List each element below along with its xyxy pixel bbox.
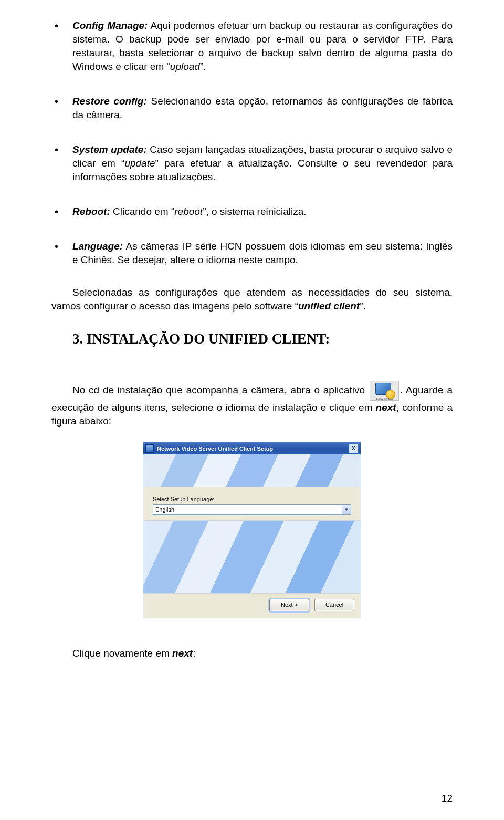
icon-caption: Unified Client xyxy=(370,397,398,401)
dialog-banner xyxy=(143,454,361,487)
bullet-system-update: • System update: Caso sejam lançadas atu… xyxy=(55,143,453,184)
bullet-reboot: • Reboot: Clicando em “reboot”, o sistem… xyxy=(55,205,453,219)
bullet-language: • Language: As câmeras IP série HCN poss… xyxy=(55,240,453,267)
bullet-text: Language: As câmeras IP série HCN possue… xyxy=(72,240,453,267)
dialog-title: Network Video Server Unified Client Setu… xyxy=(157,445,273,452)
bullet-glyph: • xyxy=(55,143,72,157)
bullet-glyph: • xyxy=(55,205,72,219)
text: Clicando em “ xyxy=(110,206,175,217)
text: Selecionadas as configurações que atende… xyxy=(51,287,453,312)
summary-paragraph: Selecionadas as configurações que atende… xyxy=(51,286,453,313)
bullet-text: Restore config: Selecionando esta opção,… xyxy=(72,95,453,122)
bullet-text: Config Manage: Aqui podemos efetuar um b… xyxy=(72,19,453,74)
intro-paragraph: No cd de instalação que acompanha a câme… xyxy=(51,381,453,428)
dialog-titlebar: Network Video Server Unified Client Setu… xyxy=(143,442,361,454)
section-heading: 3. INSTALAÇÃO DO UNIFIED CLIENT: xyxy=(72,331,453,347)
titlebar-app-icon xyxy=(145,444,154,453)
document-page: • Config Manage: Aqui podemos efetuar um… xyxy=(0,0,504,820)
bullet-glyph: • xyxy=(55,240,72,253)
italic-next: next xyxy=(376,402,396,413)
dialog-body: Select Setup Language: English ▼ xyxy=(143,487,361,520)
italic-upload: upload xyxy=(170,61,200,72)
next-button[interactable]: Next > xyxy=(269,599,309,611)
lead-reboot: Reboot: xyxy=(72,206,110,217)
setup-dialog-wrap: Network Video Server Unified Client Setu… xyxy=(51,442,453,618)
bullet-glyph: • xyxy=(55,19,72,33)
lead-system-update: System update: xyxy=(72,144,147,155)
bullet-config-manage: • Config Manage: Aqui podemos efetuar um… xyxy=(55,19,453,74)
tail: ”. xyxy=(200,61,206,72)
italic-next: next xyxy=(172,648,193,659)
text-pre: No cd de instalação que acompanha a câme… xyxy=(72,385,369,396)
bullet-glyph: • xyxy=(55,95,72,108)
italic-update: update xyxy=(124,158,155,169)
page-number: 12 xyxy=(442,793,453,804)
dialog-art-area xyxy=(143,520,361,594)
chevron-down-icon[interactable]: ▼ xyxy=(342,505,351,514)
language-select[interactable]: English ▼ xyxy=(153,504,351,515)
language-value: English xyxy=(153,506,174,513)
italic-reboot: reboot xyxy=(174,206,203,217)
text: As câmeras IP série HCN possuem dois idi… xyxy=(72,241,453,265)
bullet-text: Reboot: Clicando em “reboot”, o sistema … xyxy=(72,205,307,219)
unified-client-icon: Unified Client xyxy=(370,381,399,401)
tail: ”, o sistema reinicializa. xyxy=(203,206,306,217)
cancel-button[interactable]: Cancel xyxy=(314,599,354,611)
text-pre: Clique novamente em xyxy=(72,648,172,659)
lead-config-manage: Config Manage: xyxy=(72,20,148,31)
lead-restore-config: Restore config: xyxy=(72,96,147,107)
text-post: : xyxy=(193,648,195,659)
italic-unified-client: unified client xyxy=(298,300,360,312)
after-dialog-paragraph: Clique novamente em next: xyxy=(72,647,453,660)
bullet-restore-config: • Restore config: Selecionando esta opçã… xyxy=(55,95,453,122)
bullet-text: System update: Caso sejam lançadas atual… xyxy=(72,143,453,184)
language-label: Select Setup Language: xyxy=(153,496,351,502)
tail: ”. xyxy=(360,300,366,312)
lead-language: Language: xyxy=(72,241,123,252)
dialog-button-row: Next > Cancel xyxy=(143,594,361,618)
setup-dialog: Network Video Server Unified Client Setu… xyxy=(143,442,361,618)
close-button[interactable]: X xyxy=(349,444,359,453)
